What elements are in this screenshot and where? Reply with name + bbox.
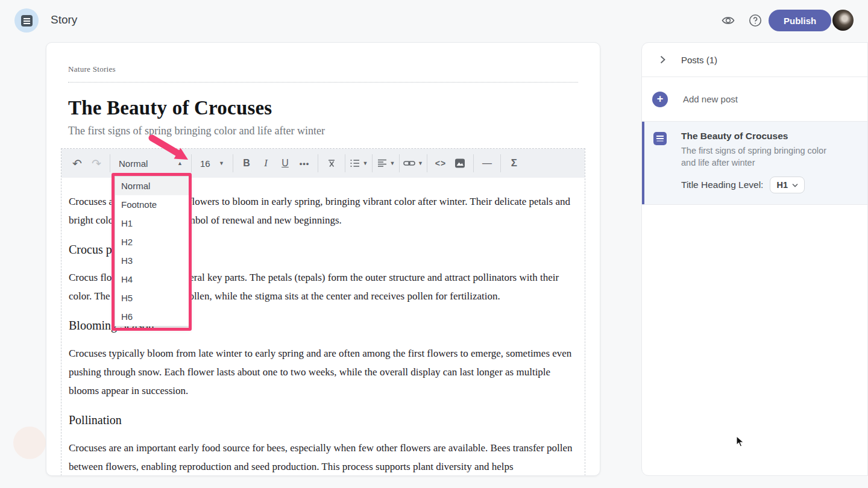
clear-formatting-button[interactable] [322,154,341,173]
add-new-post-label: Add new post [683,94,738,104]
chevron-down-icon: ▼ [418,160,423,166]
toolbar-divider [233,154,233,172]
toolbar-divider [473,154,474,172]
top-bar: Story Publish [0,0,868,41]
image-icon [454,158,465,169]
posts-count-label: Posts (1) [681,55,717,65]
story-app-icon [14,8,39,33]
story-category[interactable]: Nature Stories [60,64,587,74]
paragraph: Crocuses typically bloom from late winte… [69,344,577,400]
page-title: Story [51,13,77,27]
dotted-divider [68,82,578,83]
bold-button[interactable]: B [237,154,256,173]
link-menu-button[interactable]: ▼ [403,154,423,173]
chevron-down-icon: ▼ [219,160,224,166]
chevron-down-icon: ▼ [390,160,395,166]
clear-formatting-icon [326,158,337,169]
toolbar-divider [318,154,318,172]
annotation-rectangle [112,173,192,331]
chevron-down-icon [792,183,798,187]
bold-icon: B [243,158,250,169]
horizontal-rule-icon: — [482,158,492,169]
faded-floating-button [13,427,46,459]
post-list-item[interactable]: The Beauty of Crocuses The first signs o… [642,121,867,205]
align-menu-button[interactable]: ▼ [376,154,395,173]
font-size-picker[interactable]: 16 ▼ [195,158,229,169]
annotation-arrow-icon [145,131,194,165]
italic-button[interactable]: I [256,154,275,173]
chevron-down-icon: ▼ [363,160,368,166]
section-heading: Pollination [69,411,577,429]
post-document-icon [653,132,667,145]
code-button[interactable]: <> [431,154,450,173]
posts-panel: Posts (1) + Add new post The Beauty of C… [641,42,868,476]
post-subtitle: The first signs of spring bringing color… [681,145,835,169]
plus-icon: + [652,92,668,107]
formula-button[interactable]: Σ [505,154,524,173]
chevron-right-icon [660,55,665,64]
avatar[interactable] [832,10,854,31]
more-formats-button[interactable]: ••• [295,154,314,173]
toolbar-divider [110,154,110,172]
publish-button[interactable]: Publish [769,10,831,31]
horizontal-rule-button[interactable]: — [477,154,497,173]
align-icon [377,158,388,169]
help-icon[interactable] [746,11,764,30]
story-title[interactable]: The Beauty of Crocuses [68,97,578,119]
font-size-value: 16 [200,158,210,169]
heading-level-select[interactable]: H1 [770,177,805,193]
toolbar-divider [427,154,427,172]
paragraph-style-value: Normal [119,158,148,169]
underline-button[interactable]: U [275,154,295,173]
preview-eye-icon[interactable] [719,11,737,30]
undo-icon: ↶ [72,157,82,170]
heading-level-value: H1 [776,180,788,190]
posts-panel-header[interactable]: Posts (1) [642,43,867,77]
mouse-cursor [736,436,746,448]
redo-icon: ↷ [92,157,101,170]
more-icon: ••• [300,159,310,168]
formula-icon: Σ [511,157,517,169]
toolbar-divider [345,154,345,172]
paragraph: Crocuses are an important early food sou… [69,439,577,476]
heading-level-label: Title Heading Level: [681,180,763,190]
italic-icon: I [264,157,268,169]
bullet-list-icon [350,158,360,169]
code-icon: <> [435,158,446,168]
add-new-post-button[interactable]: + Add new post [642,77,867,121]
toolbar-divider [500,154,501,172]
post-title: The Beauty of Crocuses [681,131,858,142]
list-menu-button[interactable]: ▼ [349,154,368,173]
image-button[interactable] [450,154,470,173]
document-icon [21,15,33,27]
underline-icon: U [281,158,289,169]
undo-button[interactable]: ↶ [68,154,87,173]
link-icon [403,158,415,168]
toolbar-divider [399,154,400,172]
redo-button[interactable]: ↷ [87,154,106,173]
toolbar-divider [372,154,373,172]
